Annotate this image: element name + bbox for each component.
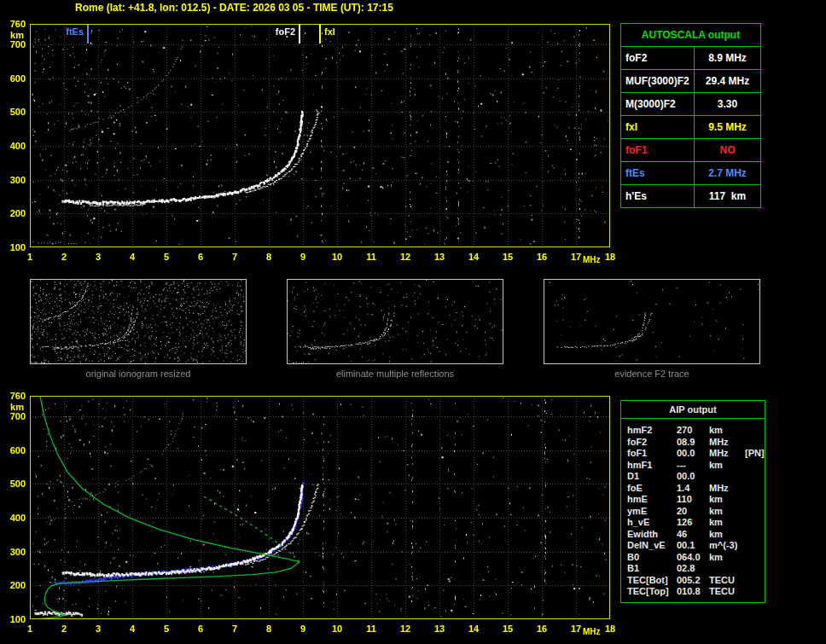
param-value: 8.9 MHz [695,47,760,69]
param-name: DelN_vE [627,540,677,552]
table-row: foF1 NO [621,138,760,161]
param-value: 00.0 [677,448,709,460]
param-extra [745,586,765,598]
aip-parameter-list: hmF2270km foF208.9MHz foF100.0MHz[PN] hm… [621,425,765,598]
param-unit: km [709,506,745,518]
param-extra [745,540,765,552]
param-extra [745,437,765,449]
table-row: fxI 9.5 MHz [621,115,760,138]
param-name: hmF1 [627,460,677,472]
param-value: 02.8 [677,563,709,575]
aip-output-panel: AIP output hmF2270km foF208.9MHz foF100.… [620,400,765,603]
param-unit: km [709,494,745,506]
param-extra [745,529,765,541]
aip-panel-title: AIP output [621,401,765,419]
param-label: foF1 [621,139,695,161]
param-name: B1 [627,563,677,575]
param-label: fxI [621,116,695,138]
param-value: 00.0 [677,471,709,483]
param-value: 29.4 MHz [695,70,760,92]
table-row: foF2 8.9 MHz [621,47,760,69]
param-value: 005.2 [677,575,709,587]
thumbnail-caption-original: original ionogram resized [30,368,247,379]
param-value: --- [677,460,709,472]
param-unit [709,563,745,575]
param-value: 110 [677,494,709,506]
param-extra [745,552,765,564]
param-unit: TECU [709,586,745,598]
aip-row: foE1.4MHz [621,483,765,495]
table-row: M(3000)F2 3.30 [621,92,760,115]
param-value: 2.7 MHz [695,162,760,184]
aip-row: B102.8 [621,563,765,575]
param-label: foF2 [621,47,695,69]
param-name: hmE [627,494,677,506]
param-extra [745,460,765,472]
aip-row: hmF1---km [621,460,765,472]
param-extra [745,483,765,495]
autoscala-panel-title: AUTOSCALA output [621,24,760,47]
param-value: 08.9 [677,437,709,449]
param-unit: TECU [709,575,745,587]
param-value: 117 km [695,185,760,207]
param-unit: MHz [709,437,745,449]
aip-row: Ewidth46km [621,529,765,541]
param-unit: km [709,552,745,564]
aip-row: TEC[Bot]005.2TECU [621,575,765,587]
aip-row: D100.0 [621,471,765,483]
param-unit: km [709,529,745,541]
param-value: 1.4 [677,483,709,495]
table-row: h'Es 117 km [621,184,760,207]
param-name: B0 [627,552,677,564]
param-extra [745,471,765,483]
station-date-title: Rome (lat: +41.8, lon: 012.5) - DATE: 20… [75,2,393,14]
param-name: D1 [627,471,677,483]
param-unit: m^(-3) [709,540,745,552]
param-label: ftEs [621,162,695,184]
aip-row: TEC[Top]010.8TECU [621,586,765,598]
aip-row: hmE110km [621,494,765,506]
param-unit: km [709,517,745,529]
param-value: NO [695,139,760,161]
autoscala-app-window: Rome (lat: +41.8, lon: 012.5) - DATE: 20… [0,0,826,644]
param-value: 010.8 [677,586,709,598]
thumbnail-caption-eliminate: eliminate multiple reflections [287,368,503,379]
param-value: 126 [677,517,709,529]
param-extra [745,425,765,437]
param-unit [709,471,745,483]
param-label: M(3000)F2 [621,93,695,115]
param-name: foE [627,483,677,495]
param-value: 20 [677,506,709,518]
param-name: TEC[Bot] [627,575,677,587]
param-name: hmF2 [627,425,677,437]
param-name: foF1 [627,448,677,460]
param-label: MUF(3000)F2 [621,70,695,92]
param-extra [745,563,765,575]
param-extra [745,506,765,518]
param-name: h_vE [627,517,677,529]
param-unit: MHz [709,448,745,460]
param-value: 3.30 [695,93,760,115]
param-name: foF2 [627,437,677,449]
param-extra [745,494,765,506]
aip-row: h_vE126km [621,517,765,529]
param-unit: km [709,425,745,437]
param-name: TEC[Top] [627,586,677,598]
aip-row: foF208.9MHz [621,437,765,449]
param-value: 00.1 [677,540,709,552]
param-name: Ewidth [627,529,677,541]
param-label: h'Es [621,185,695,207]
aip-row: foF100.0MHz[PN] [621,448,765,460]
thumbnail-caption-evidence: evidence F2 trace [544,368,760,379]
param-value: 064.0 [677,552,709,564]
param-value: 9.5 MHz [695,116,760,138]
param-extra [745,575,765,587]
param-unit: km [709,460,745,472]
param-value: 46 [677,529,709,541]
aip-row: DelN_vE00.1m^(-3) [621,540,765,552]
autoscala-output-panel: AUTOSCALA output foF2 8.9 MHz MUF(3000)F… [620,23,761,208]
param-unit: MHz [709,483,745,495]
aip-row: hmF2270km [621,425,765,437]
table-row: ftEs 2.7 MHz [621,161,760,184]
param-name: ymE [627,506,677,518]
